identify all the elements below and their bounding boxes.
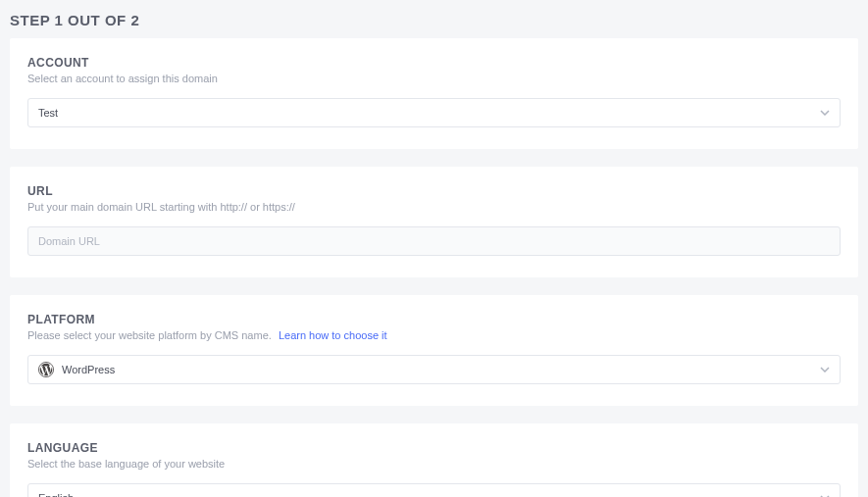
- language-select[interactable]: English: [27, 483, 841, 497]
- language-select-value: English: [38, 492, 74, 497]
- platform-helper-text: Please select your website platform by C…: [27, 329, 272, 341]
- url-helper: Put your main domain URL starting with h…: [27, 201, 841, 213]
- account-select[interactable]: Test: [27, 98, 841, 127]
- platform-helper: Please select your website platform by C…: [27, 329, 841, 341]
- url-card: URL Put your main domain URL starting wi…: [10, 167, 858, 277]
- platform-label: PLATFORM: [27, 313, 841, 326]
- platform-learn-link[interactable]: Learn how to choose it: [279, 329, 387, 341]
- page-title: STEP 1 OUT OF 2: [0, 0, 868, 38]
- account-label: ACCOUNT: [27, 56, 841, 70]
- language-helper: Select the base language of your website: [27, 458, 841, 470]
- language-label: LANGUAGE: [27, 441, 841, 455]
- account-helper: Select an account to assign this domain: [27, 73, 841, 84]
- account-select-value: Test: [38, 107, 58, 119]
- language-card: LANGUAGE Select the base language of you…: [10, 423, 858, 497]
- platform-card: PLATFORM Please select your website plat…: [10, 295, 858, 406]
- chevron-down-icon: [820, 365, 830, 374]
- wordpress-icon: [38, 362, 54, 377]
- url-label: URL: [27, 184, 841, 198]
- url-input[interactable]: [27, 226, 841, 256]
- chevron-down-icon: [820, 108, 830, 118]
- chevron-down-icon: [820, 493, 830, 497]
- platform-select-value: WordPress: [62, 364, 115, 375]
- account-card: ACCOUNT Select an account to assign this…: [10, 38, 858, 149]
- platform-select[interactable]: WordPress: [27, 355, 841, 384]
